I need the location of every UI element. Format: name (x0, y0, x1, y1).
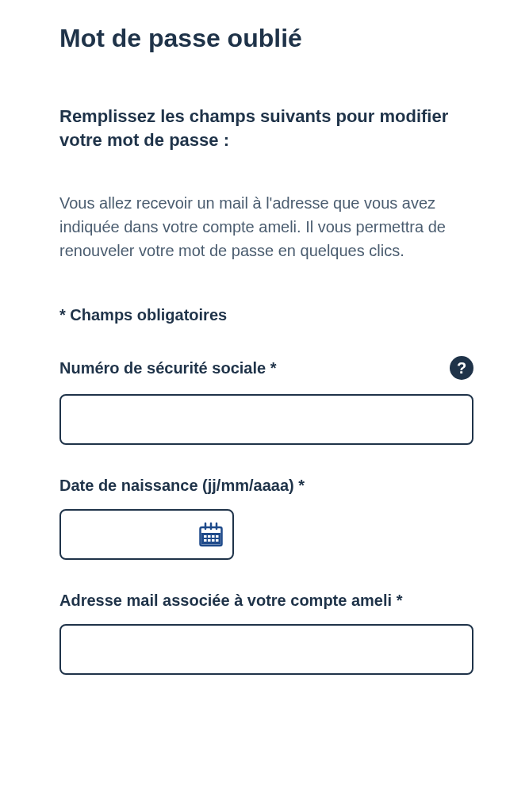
help-icon[interactable]: ? (450, 356, 473, 380)
ssn-input[interactable] (59, 394, 473, 445)
email-label: Adresse mail associée à votre compte ame… (59, 592, 402, 610)
form-description: Vous allez recevoir un mail à l'adresse … (59, 191, 473, 262)
required-fields-note: * Champs obligatoires (59, 306, 473, 324)
ssn-label: Numéro de sécurité sociale * (59, 359, 276, 377)
page-title: Mot de passe oublié (59, 24, 473, 53)
email-input[interactable] (59, 624, 473, 675)
ssn-field-group: Numéro de sécurité sociale * ? (59, 356, 473, 445)
dob-label: Date de naissance (jj/mm/aaaa) * (59, 477, 305, 495)
form-subtitle: Remplissez les champs suivants pour modi… (59, 105, 473, 151)
email-field-group: Adresse mail associée à votre compte ame… (59, 592, 473, 675)
dob-field-group: Date de naissance (jj/mm/aaaa) * (59, 477, 473, 560)
dob-input[interactable] (59, 509, 234, 560)
